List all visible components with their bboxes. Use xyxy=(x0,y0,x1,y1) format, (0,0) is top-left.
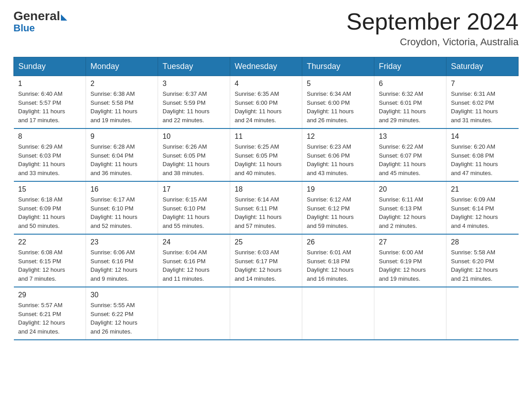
day-info: Sunrise: 6:25 AM Sunset: 6:05 PM Dayligh… xyxy=(235,142,297,177)
logo-general-text: General xyxy=(13,9,60,23)
logo-triangle-icon xyxy=(61,14,67,21)
day-number: 26 xyxy=(307,238,369,246)
day-info: Sunrise: 5:57 AM Sunset: 6:21 PM Dayligh… xyxy=(18,301,82,336)
logo-blue-text: Blue xyxy=(13,22,67,34)
day-info: Sunrise: 6:06 AM Sunset: 6:16 PM Dayligh… xyxy=(90,248,153,283)
table-row: 28 Sunrise: 5:58 AM Sunset: 6:20 PM Dayl… xyxy=(446,234,519,287)
table-row: 10 Sunrise: 6:26 AM Sunset: 6:05 PM Dayl… xyxy=(158,128,230,181)
location-text: Croydon, Victoria, Australia xyxy=(347,36,519,48)
day-info: Sunrise: 6:11 AM Sunset: 6:13 PM Dayligh… xyxy=(379,195,442,230)
day-number: 4 xyxy=(235,80,297,88)
logo: General Blue xyxy=(13,9,67,34)
day-info: Sunrise: 6:14 AM Sunset: 6:11 PM Dayligh… xyxy=(235,195,297,230)
header-thursday: Thursday xyxy=(302,57,374,76)
day-number: 3 xyxy=(163,80,225,88)
day-info: Sunrise: 6:15 AM Sunset: 6:10 PM Dayligh… xyxy=(163,195,225,230)
table-row xyxy=(302,287,374,340)
table-row: 17 Sunrise: 6:15 AM Sunset: 6:10 PM Dayl… xyxy=(158,181,230,234)
day-info: Sunrise: 6:12 AM Sunset: 6:12 PM Dayligh… xyxy=(307,195,369,230)
table-row: 5 Sunrise: 6:34 AM Sunset: 6:00 PM Dayli… xyxy=(302,76,374,129)
day-info: Sunrise: 6:18 AM Sunset: 6:09 PM Dayligh… xyxy=(18,195,82,230)
table-row: 12 Sunrise: 6:23 AM Sunset: 6:06 PM Dayl… xyxy=(302,128,374,181)
table-row: 7 Sunrise: 6:31 AM Sunset: 6:02 PM Dayli… xyxy=(446,76,519,129)
day-info: Sunrise: 6:38 AM Sunset: 5:58 PM Dayligh… xyxy=(90,90,153,124)
day-number: 13 xyxy=(379,133,442,141)
day-info: Sunrise: 6:09 AM Sunset: 6:14 PM Dayligh… xyxy=(451,195,514,230)
day-info: Sunrise: 6:40 AM Sunset: 5:57 PM Dayligh… xyxy=(18,90,82,124)
day-info: Sunrise: 6:28 AM Sunset: 6:04 PM Dayligh… xyxy=(90,142,153,177)
header-tuesday: Tuesday xyxy=(158,57,230,76)
day-info: Sunrise: 6:17 AM Sunset: 6:10 PM Dayligh… xyxy=(90,195,153,230)
day-number: 22 xyxy=(18,238,82,246)
day-number: 28 xyxy=(451,238,514,246)
header-monday: Monday xyxy=(86,57,158,76)
day-info: Sunrise: 6:31 AM Sunset: 6:02 PM Dayligh… xyxy=(451,90,514,124)
day-info: Sunrise: 5:58 AM Sunset: 6:20 PM Dayligh… xyxy=(451,248,514,283)
day-info: Sunrise: 6:08 AM Sunset: 6:15 PM Dayligh… xyxy=(18,248,82,283)
day-number: 10 xyxy=(163,133,225,141)
table-row: 9 Sunrise: 6:28 AM Sunset: 6:04 PM Dayli… xyxy=(86,128,158,181)
day-info: Sunrise: 6:35 AM Sunset: 6:00 PM Dayligh… xyxy=(235,90,297,124)
day-number: 21 xyxy=(451,185,514,193)
table-row: 6 Sunrise: 6:32 AM Sunset: 6:01 PM Dayli… xyxy=(374,76,446,129)
table-row: 26 Sunrise: 6:01 AM Sunset: 6:18 PM Dayl… xyxy=(302,234,374,287)
table-row: 20 Sunrise: 6:11 AM Sunset: 6:13 PM Dayl… xyxy=(374,181,446,234)
table-row: 24 Sunrise: 6:04 AM Sunset: 6:16 PM Dayl… xyxy=(158,234,230,287)
calendar-table: Sunday Monday Tuesday Wednesday Thursday… xyxy=(13,57,519,340)
day-number: 23 xyxy=(90,238,153,246)
day-number: 1 xyxy=(18,80,82,88)
day-info: Sunrise: 6:23 AM Sunset: 6:06 PM Dayligh… xyxy=(307,142,369,177)
table-row: 8 Sunrise: 6:29 AM Sunset: 6:03 PM Dayli… xyxy=(14,128,86,181)
day-number: 15 xyxy=(18,185,82,193)
day-number: 8 xyxy=(18,133,82,141)
day-number: 5 xyxy=(307,80,369,88)
header-friday: Friday xyxy=(374,57,446,76)
day-info: Sunrise: 6:29 AM Sunset: 6:03 PM Dayligh… xyxy=(18,142,82,177)
month-title: September 2024 xyxy=(347,9,519,34)
day-number: 25 xyxy=(235,238,297,246)
table-row: 19 Sunrise: 6:12 AM Sunset: 6:12 PM Dayl… xyxy=(302,181,374,234)
day-number: 17 xyxy=(163,185,225,193)
day-number: 18 xyxy=(235,185,297,193)
table-row: 13 Sunrise: 6:22 AM Sunset: 6:07 PM Dayl… xyxy=(374,128,446,181)
table-row xyxy=(230,287,302,340)
table-row: 3 Sunrise: 6:37 AM Sunset: 5:59 PM Dayli… xyxy=(158,76,230,129)
day-number: 24 xyxy=(163,238,225,246)
day-info: Sunrise: 6:20 AM Sunset: 6:08 PM Dayligh… xyxy=(451,142,514,177)
day-info: Sunrise: 6:32 AM Sunset: 6:01 PM Dayligh… xyxy=(379,90,442,124)
table-row: 15 Sunrise: 6:18 AM Sunset: 6:09 PM Dayl… xyxy=(14,181,86,234)
table-row: 22 Sunrise: 6:08 AM Sunset: 6:15 PM Dayl… xyxy=(14,234,86,287)
day-number: 29 xyxy=(18,291,82,299)
day-number: 20 xyxy=(379,185,442,193)
table-row: 4 Sunrise: 6:35 AM Sunset: 6:00 PM Dayli… xyxy=(230,76,302,129)
day-number: 19 xyxy=(307,185,369,193)
header-wednesday: Wednesday xyxy=(230,57,302,76)
day-info: Sunrise: 6:00 AM Sunset: 6:19 PM Dayligh… xyxy=(379,248,442,283)
day-number: 2 xyxy=(90,80,153,88)
day-number: 14 xyxy=(451,133,514,141)
table-row: 27 Sunrise: 6:00 AM Sunset: 6:19 PM Dayl… xyxy=(374,234,446,287)
day-info: Sunrise: 6:03 AM Sunset: 6:17 PM Dayligh… xyxy=(235,248,297,283)
day-number: 11 xyxy=(235,133,297,141)
day-info: Sunrise: 6:37 AM Sunset: 5:59 PM Dayligh… xyxy=(163,90,225,124)
table-row: 29 Sunrise: 5:57 AM Sunset: 6:21 PM Dayl… xyxy=(14,287,86,340)
day-info: Sunrise: 6:26 AM Sunset: 6:05 PM Dayligh… xyxy=(163,142,225,177)
table-row: 16 Sunrise: 6:17 AM Sunset: 6:10 PM Dayl… xyxy=(86,181,158,234)
table-row: 2 Sunrise: 6:38 AM Sunset: 5:58 PM Dayli… xyxy=(86,76,158,129)
day-info: Sunrise: 6:04 AM Sunset: 6:16 PM Dayligh… xyxy=(163,248,225,283)
day-number: 7 xyxy=(451,80,514,88)
page-header: General Blue September 2024 Croydon, Vic… xyxy=(13,9,519,48)
table-row xyxy=(158,287,230,340)
day-info: Sunrise: 6:01 AM Sunset: 6:18 PM Dayligh… xyxy=(307,248,369,283)
table-row: 23 Sunrise: 6:06 AM Sunset: 6:16 PM Dayl… xyxy=(86,234,158,287)
table-row xyxy=(446,287,519,340)
title-area: September 2024 Croydon, Victoria, Austra… xyxy=(347,9,519,48)
table-row: 30 Sunrise: 5:55 AM Sunset: 6:22 PM Dayl… xyxy=(86,287,158,340)
calendar-body: 1 Sunrise: 6:40 AM Sunset: 5:57 PM Dayli… xyxy=(14,76,519,340)
calendar-header: Sunday Monday Tuesday Wednesday Thursday… xyxy=(14,57,519,76)
day-info: Sunrise: 5:55 AM Sunset: 6:22 PM Dayligh… xyxy=(90,301,153,336)
table-row xyxy=(374,287,446,340)
day-info: Sunrise: 6:22 AM Sunset: 6:07 PM Dayligh… xyxy=(379,142,442,177)
day-number: 27 xyxy=(379,238,442,246)
table-row: 21 Sunrise: 6:09 AM Sunset: 6:14 PM Dayl… xyxy=(446,181,519,234)
